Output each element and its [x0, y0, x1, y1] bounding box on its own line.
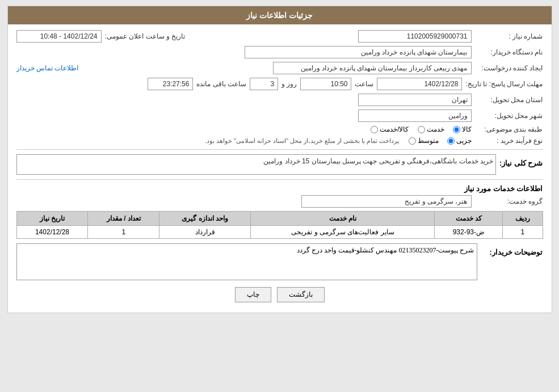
row-need-description: شرح کلی نیاز: خرید خدمات باشگاهی،فرهنگی … — [16, 154, 543, 175]
deadline-date-input[interactable] — [377, 78, 462, 90]
category-khedmat-label: خدمت — [427, 125, 444, 133]
divider-2 — [16, 179, 543, 180]
col-header-row: ردیف — [503, 212, 543, 226]
need-number-label: شماره نیاز : — [475, 32, 543, 40]
divider-1 — [16, 149, 543, 150]
city-input[interactable] — [358, 109, 472, 122]
province-input[interactable] — [358, 94, 472, 106]
cell-row-num: 1 — [503, 226, 543, 239]
province-label: استان محل تحویل: — [475, 96, 543, 104]
deadline-days-label: روز و — [281, 80, 297, 88]
requester-contact-link[interactable]: اطلاعات تماس خریدار — [16, 64, 79, 72]
col-header-code: کد خدمت — [435, 212, 503, 226]
service-group-label: گروه خدمت: — [475, 197, 543, 205]
category-kala-khedmat-item: کالا/خدمت — [371, 125, 409, 133]
announce-datetime-label: تاریخ و ساعت اعلان عمومی: — [105, 32, 186, 40]
table-header-row: ردیف کد خدمت نام خدمت واحد اندازه گیری ت… — [16, 212, 543, 226]
cell-date: 1402/12/28 — [16, 226, 88, 239]
buyer-notes-label: توضیحات خریدار: — [481, 248, 543, 256]
col-header-date: تاریخ نیاز — [16, 212, 88, 226]
back-button[interactable]: بازگشت — [277, 287, 325, 302]
row-org-name: نام دستگاه خریدار: — [16, 46, 543, 58]
purchase-type-radio-group: متوسط جزیی — [409, 137, 472, 145]
page-container: جزئیات اطلاعات نیاز شماره نیاز : تاریخ و… — [7, 6, 552, 313]
category-kala-item: کالا — [453, 125, 472, 133]
table-row: 1 ض-93-932 سایر فعالیت‌های سرگرمی و تفری… — [16, 226, 543, 239]
org-name-label: نام دستگاه خریدار: — [475, 48, 543, 56]
deadline-remaining-input[interactable] — [148, 78, 193, 90]
row-category: طبقه بندی موضوعی: کالا/خدمت خدمت کالا — [16, 125, 543, 133]
page-title: جزئیات اطلاعات نیاز — [246, 11, 313, 20]
cell-unit: قرارداد — [159, 226, 251, 239]
city-label: شهر محل تحویل: — [475, 112, 543, 120]
category-kala-radio[interactable] — [453, 126, 460, 133]
purchase-type-label: نوع فرآیند خرید : — [475, 137, 543, 145]
category-label: طبقه بندی موضوعی: — [475, 125, 543, 133]
need-description-textarea[interactable]: خرید خدمات باشگاهی،فرهنگی و تفریحی جهت پ… — [16, 154, 496, 175]
purchase-type-note: پرداخت تمام یا بخشی از مبلغ خرید،از محل … — [205, 137, 400, 145]
services-section-label: اطلاعات خدمات مورد نیاز — [16, 184, 543, 193]
row-province: استان محل تحویل: — [16, 94, 543, 106]
requester-input[interactable] — [273, 62, 472, 74]
announce-datetime-input[interactable] — [16, 30, 102, 43]
category-khedmat-radio[interactable] — [418, 126, 425, 133]
cell-name: سایر فعالیت‌های سرگرمی و تفریحی — [251, 226, 435, 239]
category-kala-khedmat-label: کالا/خدمت — [380, 125, 409, 133]
deadline-time-label: ساعت — [355, 80, 373, 88]
deadline-remaining-label: ساعت باقی مانده — [196, 80, 246, 88]
row-service-group: گروه خدمت: — [16, 195, 543, 208]
print-button[interactable]: چاپ — [235, 287, 271, 302]
purchase-motavasset-label: متوسط — [418, 137, 439, 145]
category-radio-group: کالا/خدمت خدمت کالا — [371, 125, 471, 133]
main-content: شماره نیاز : تاریخ و ساعت اعلان عمومی: ن… — [8, 24, 552, 313]
cell-qty: 1 — [88, 226, 159, 239]
footer-buttons: بازگشت چاپ — [16, 287, 543, 302]
org-name-input[interactable] — [245, 46, 472, 58]
category-kala-label: کالا — [462, 125, 472, 133]
deadline-label: مهلت ارسال پاسخ: تا تاریخ: — [465, 80, 543, 88]
need-number-input[interactable] — [358, 30, 472, 43]
row-purchase-type: نوع فرآیند خرید : متوسط جزیی پرداخت تمام… — [16, 137, 543, 145]
services-table: ردیف کد خدمت نام خدمت واحد اندازه گیری ت… — [16, 211, 543, 239]
col-header-unit: واحد اندازه گیری — [159, 212, 251, 226]
deadline-days-input[interactable] — [250, 78, 278, 90]
page-header: جزئیات اطلاعات نیاز — [8, 6, 552, 24]
service-group-input[interactable] — [301, 195, 472, 208]
purchase-jozii-radio[interactable] — [447, 137, 455, 145]
cell-code: ض-93-932 — [435, 226, 503, 239]
need-description-label: شرح کلی نیاز: — [499, 159, 543, 167]
purchase-jozii-item: جزیی — [447, 137, 472, 145]
row-buyer-notes: توضیحات خریدار: شرح پیوست-02135023207 مه… — [16, 243, 543, 280]
row-need-number: شماره نیاز : تاریخ و ساعت اعلان عمومی: — [16, 30, 543, 43]
purchase-motavasset-radio[interactable] — [409, 137, 416, 145]
category-khedmat-item: خدمت — [418, 125, 444, 133]
col-header-name: نام خدمت — [251, 212, 435, 226]
col-header-qty: تعداد / مقدار — [88, 212, 159, 226]
requester-label: ایجاد کننده درخواست: — [475, 64, 543, 72]
row-deadline: مهلت ارسال پاسخ: تا تاریخ: ساعت روز و سا… — [16, 78, 543, 90]
row-requester: ایجاد کننده درخواست: اطلاعات تماس خریدار — [16, 62, 543, 74]
row-city: شهر محل تحویل: — [16, 109, 543, 122]
deadline-time-input[interactable] — [300, 78, 351, 90]
purchase-motavasset-item: متوسط — [409, 137, 439, 145]
purchase-jozii-label: جزیی — [456, 137, 472, 145]
buyer-notes-textarea[interactable]: شرح پیوست-02135023207 مهندس کنشلو-قیمت و… — [16, 243, 477, 280]
category-kala-khedmat-radio[interactable] — [371, 126, 378, 133]
